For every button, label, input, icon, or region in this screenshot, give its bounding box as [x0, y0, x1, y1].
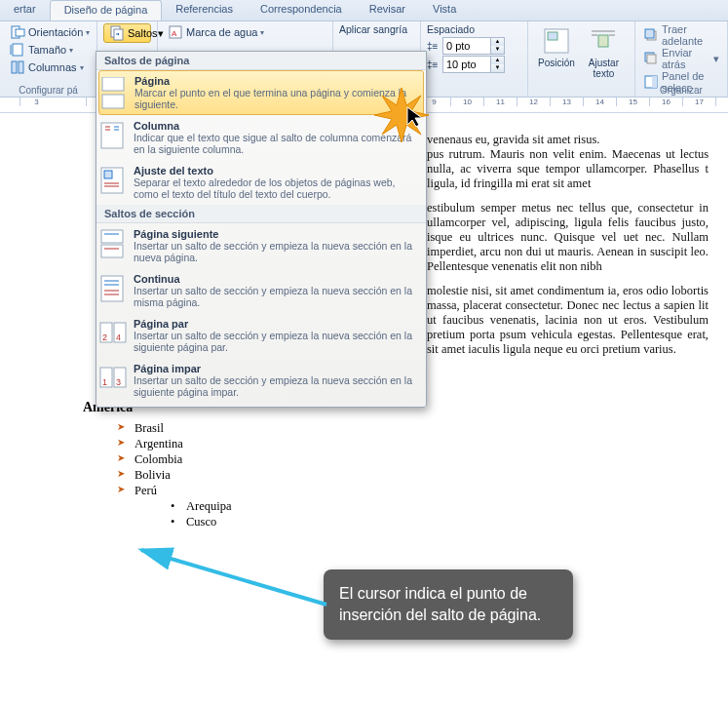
svg-text:2: 2: [102, 333, 107, 342]
tab-review[interactable]: Revisar: [356, 0, 419, 20]
tab-mailings[interactable]: Correspondencia: [247, 0, 356, 20]
size-icon: [10, 42, 25, 58]
space-after-input[interactable]: ▲▼: [442, 56, 505, 73]
list-item: Perú: [117, 484, 709, 498]
svg-rect-12: [598, 35, 608, 47]
continuous-break-icon: [98, 274, 128, 303]
space-before-input[interactable]: ▲▼: [442, 37, 505, 55]
space-before-icon: ‡≡: [427, 41, 442, 52]
svg-text:1: 1: [102, 377, 107, 387]
svg-line-51: [141, 550, 326, 605]
size-button[interactable]: Tamaño▾: [6, 41, 91, 59]
help-callout: El cursor indica el punto de inserción d…: [324, 569, 573, 640]
dd-header-section-breaks: Saltos de sección: [96, 205, 426, 223]
page-break-icon: [99, 77, 129, 106]
svg-rect-11: [548, 32, 557, 40]
list-item: Cusco: [171, 515, 709, 529]
position-icon: [541, 25, 572, 57]
columns-label: Columnas: [28, 61, 77, 73]
send-backward-icon: [643, 51, 659, 66]
dd-item-text-wrapping[interactable]: Ajuste del textoSeparar el texto alreded…: [96, 160, 426, 205]
position-button[interactable]: Posición: [534, 23, 579, 83]
callout-arrow-icon: [132, 546, 346, 624]
space-after-icon: ‡≡: [427, 59, 442, 70]
group-arrange-label: Organizar: [635, 85, 727, 96]
orientation-icon: [10, 24, 25, 40]
wrap-text-button[interactable]: Ajustar texto: [579, 23, 629, 83]
watermark-label: Marca de agua: [186, 26, 257, 38]
tab-insert-partial[interactable]: ertar: [0, 0, 50, 20]
list-item: Brasil: [117, 421, 709, 436]
svg-rect-2: [13, 44, 22, 56]
text-wrapping-break-icon: [98, 166, 128, 195]
odd-page-break-icon: 13: [98, 364, 128, 393]
dd-item-even-page[interactable]: 24 Página parInsertar un salto de secció…: [96, 313, 426, 358]
breaks-label: Saltos: [128, 27, 158, 39]
spin-arrows[interactable]: ▲▼: [490, 57, 504, 72]
breaks-dropdown: Saltos de página PáginaMarcar el punto e…: [96, 51, 427, 408]
list-item: Colombia: [117, 452, 709, 467]
columns-button[interactable]: Columnas▾: [6, 59, 91, 76]
svg-rect-23: [102, 95, 124, 108]
tab-references[interactable]: Referencias: [162, 0, 247, 20]
ribbon-tabs: ertar Diseño de página Referencias Corre…: [0, 0, 728, 21]
group-page-setup-label: Configurar pá: [0, 85, 96, 96]
dd-item-next-page[interactable]: Página siguienteInsertar un salto de sec…: [96, 223, 426, 268]
send-backward-button[interactable]: Enviar atrás▾: [641, 47, 721, 70]
svg-rect-33: [101, 230, 123, 243]
svg-rect-19: [647, 55, 656, 63]
space-before-field[interactable]: [443, 40, 490, 52]
columns-icon: [10, 59, 25, 75]
svg-text:3: 3: [116, 377, 121, 387]
orientation-button[interactable]: Orientación▾: [6, 23, 91, 41]
watermark-icon: A: [168, 24, 183, 40]
list-item: Argentina: [117, 437, 709, 451]
svg-rect-22: [102, 77, 124, 91]
country-list: Brasil Argentina Colombia Bolivia Perú: [117, 421, 709, 498]
svg-rect-5: [19, 61, 23, 73]
dd-item-odd-page[interactable]: 13 Página imparInsertar un salto de secc…: [96, 358, 426, 403]
space-after-field[interactable]: [443, 59, 490, 70]
list-item: Arequipa: [171, 499, 709, 514]
next-page-break-icon: [98, 229, 128, 258]
svg-rect-17: [645, 29, 654, 38]
bring-forward-button[interactable]: Traer adelante: [641, 23, 721, 47]
svg-rect-1: [16, 29, 24, 36]
svg-rect-30: [104, 171, 112, 178]
svg-rect-24: [101, 123, 123, 148]
spin-arrows[interactable]: ▲▼: [490, 38, 504, 54]
wrap-text-icon: [588, 25, 619, 57]
breaks-button[interactable]: Saltos▾: [103, 23, 151, 43]
watermark-button[interactable]: A Marca de agua▾: [164, 23, 268, 41]
svg-rect-37: [101, 276, 123, 301]
dd-item-page[interactable]: PáginaMarcar el punto en el que termina …: [98, 70, 424, 115]
breaks-icon: [109, 25, 125, 41]
list-item: Bolivia: [117, 468, 709, 483]
orientation-label: Orientación: [28, 26, 83, 38]
svg-rect-4: [12, 61, 17, 73]
svg-text:4: 4: [116, 333, 121, 342]
spacing-header: Espaciado: [427, 23, 521, 35]
even-page-break-icon: 24: [98, 319, 128, 348]
tab-page-layout[interactable]: Diseño de página: [50, 0, 163, 20]
column-break-icon: [98, 121, 128, 150]
dd-header-page-breaks: Saltos de página: [96, 52, 426, 70]
bring-forward-icon: [643, 27, 659, 43]
svg-rect-35: [101, 245, 123, 257]
indent-header: Aplicar sangría: [339, 23, 414, 35]
svg-text:A: A: [172, 29, 177, 38]
size-label: Tamaño: [28, 44, 66, 56]
dd-item-continuous[interactable]: ContinuaInsertar un salto de sección y e…: [96, 268, 426, 313]
city-list: Arequipa Cusco: [171, 499, 709, 529]
tab-view[interactable]: Vista: [419, 0, 470, 20]
dd-item-column[interactable]: ColumnaIndicar que el texto que sigue al…: [96, 115, 426, 160]
